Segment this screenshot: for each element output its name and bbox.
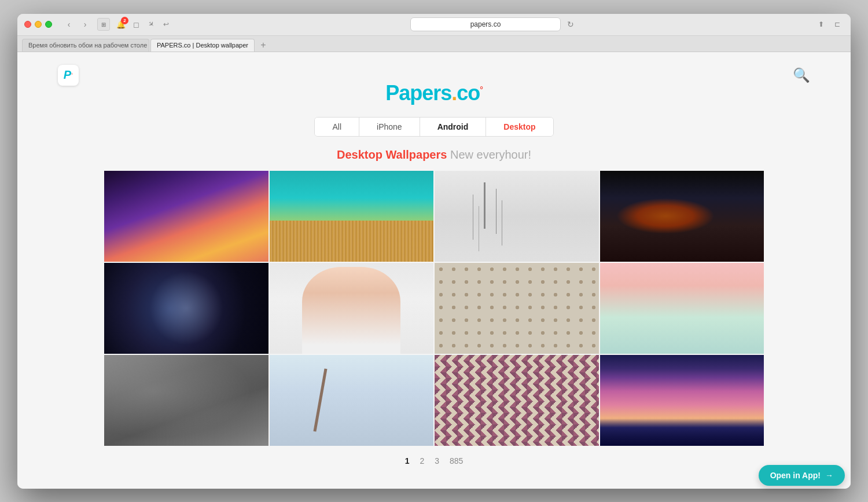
send-icon[interactable]: ✈ — [142, 15, 160, 33]
pocket-icon[interactable]: ◻ — [130, 18, 142, 31]
tab-strip: Время обновить обои на рабочем столе - R… — [17, 36, 851, 52]
tab-desktop[interactable]: Desktop — [486, 118, 553, 136]
wallpaper-dots[interactable] — [435, 263, 599, 354]
wallpaper-smoke[interactable] — [104, 355, 269, 446]
title-bar: ‹ › ⊞ 🔔 2 ◻ ✈ ↩ papers.co ↻ ⬆ ⊏ — [17, 14, 851, 36]
open-app-arrow: → — [825, 471, 833, 480]
sidebar-button[interactable]: ⊏ — [831, 18, 844, 31]
wallpaper-tree[interactable] — [435, 171, 599, 262]
wallpaper-city-sunset[interactable] — [600, 355, 764, 446]
address-bar-area: papers.co ↻ — [172, 17, 815, 31]
p-icon[interactable]: P ° — [58, 65, 79, 86]
page-1[interactable]: 1 — [405, 456, 410, 466]
wallpaper-dark-water[interactable] — [600, 171, 764, 262]
header-area: P ° Papers.co° 🔍 — [17, 65, 851, 109]
tab-rozetked[interactable]: Время обновить обои на рабочем столе - R… — [22, 39, 149, 52]
wallpaper-aurora[interactable] — [104, 171, 269, 262]
logo-dot: . — [451, 81, 457, 105]
notification-icon[interactable]: 🔔 2 — [115, 18, 127, 31]
browser-window: ‹ › ⊞ 🔔 2 ◻ ✈ ↩ papers.co ↻ ⬆ ⊏ Время об… — [17, 14, 851, 489]
wallpaper-geometric[interactable] — [435, 355, 599, 446]
p-icon-superscript: ° — [71, 72, 73, 78]
forward-button[interactable]: › — [78, 18, 93, 31]
section-heading: Desktop Wallpapers New everyhour! — [337, 148, 531, 162]
wallpaper-beach[interactable] — [270, 171, 434, 262]
logo: Papers.co° — [385, 81, 483, 105]
wallpaper-anime[interactable] — [104, 263, 269, 354]
share-button[interactable]: ⬆ — [815, 18, 827, 31]
tab-all[interactable]: All — [315, 118, 359, 136]
tab-iphone[interactable]: iPhone — [359, 118, 420, 136]
logo-text: Papers.co° — [385, 81, 483, 105]
page-3[interactable]: 3 — [435, 456, 439, 466]
page-2[interactable]: 2 — [420, 456, 424, 466]
traffic-lights — [24, 21, 52, 28]
wallpaper-taylor[interactable] — [270, 263, 434, 354]
p-icon-letter: P — [64, 68, 71, 82]
nav-buttons: ‹ › — [61, 18, 93, 31]
open-app-button[interactable]: Open in App! → — [759, 465, 845, 486]
logo-superscript: ° — [480, 85, 483, 94]
back-button[interactable]: ‹ — [61, 18, 76, 31]
wallpaper-cherry[interactable] — [270, 355, 434, 446]
notification-badge: 2 — [121, 17, 128, 24]
action-icon[interactable]: ↩ — [160, 18, 172, 31]
wallpaper-pink-gradient[interactable] — [600, 263, 764, 354]
minimize-button[interactable] — [35, 21, 42, 28]
toolbar-right: ⬆ ⊏ — [815, 18, 844, 31]
reload-button[interactable]: ↻ — [564, 18, 577, 31]
new-tab-button[interactable]: + — [257, 39, 270, 52]
url-text: papers.co — [470, 20, 501, 28]
tab-android[interactable]: Android — [420, 118, 487, 136]
close-button[interactable] — [24, 21, 31, 28]
open-app-label: Open in App! — [770, 471, 821, 480]
logo-co: co — [457, 81, 480, 105]
pagination: 1 2 3 885 — [405, 456, 464, 466]
logo-papers: Papers — [385, 81, 451, 105]
tab-view-icon[interactable]: ⊞ — [97, 18, 110, 31]
page-content: P ° Papers.co° 🔍 All iPhone Android D — [17, 52, 851, 489]
page-885[interactable]: 885 — [450, 456, 463, 466]
nav-tabs: All iPhone Android Desktop — [314, 117, 553, 137]
search-icon[interactable]: 🔍 — [793, 67, 810, 83]
heading-highlight: Desktop Wallpapers — [337, 148, 447, 161]
heading-sub: New everyhour! — [450, 148, 531, 161]
address-bar[interactable]: papers.co — [410, 17, 561, 31]
maximize-button[interactable] — [45, 21, 52, 28]
wallpaper-grid — [104, 171, 764, 446]
tab-papers[interactable]: PAPERS.co | Desktop wallpaper — [150, 39, 255, 52]
